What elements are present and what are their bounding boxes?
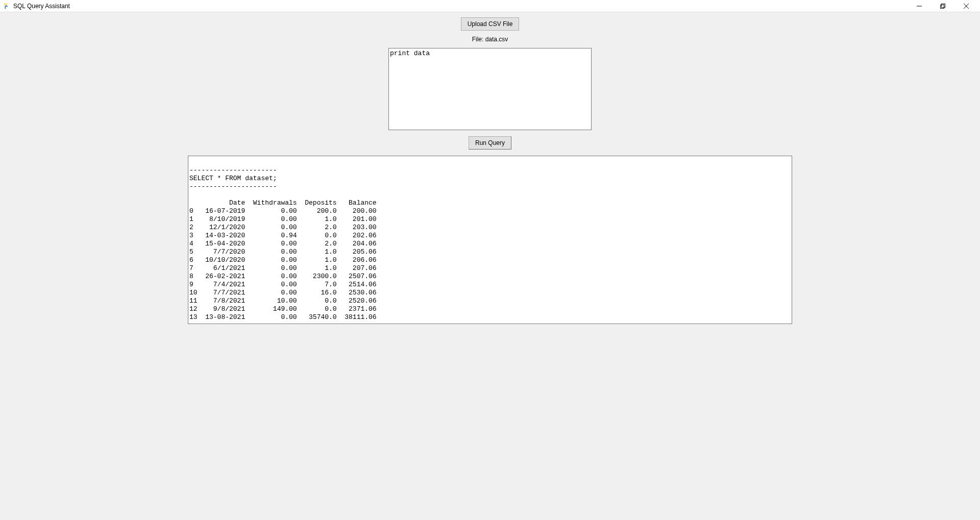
- app-icon: [2, 2, 10, 10]
- minimize-button[interactable]: [908, 0, 931, 12]
- upload-csv-button[interactable]: Upload CSV File: [461, 17, 520, 31]
- query-input[interactable]: [388, 48, 592, 130]
- maximize-button[interactable]: [931, 0, 954, 12]
- svg-rect-1: [941, 5, 944, 8]
- main-content: Upload CSV File File: data.csv Run Query…: [0, 12, 980, 324]
- svg-rect-2: [942, 4, 945, 7]
- close-button[interactable]: [954, 0, 978, 12]
- window-title: SQL Query Assistant: [13, 3, 908, 10]
- window-controls: [908, 0, 978, 12]
- output-area[interactable]: ---------------------- SELECT * FROM dat…: [188, 156, 792, 324]
- run-query-button[interactable]: Run Query: [469, 136, 511, 150]
- file-label: File: data.csv: [472, 36, 508, 43]
- titlebar: SQL Query Assistant: [0, 0, 980, 12]
